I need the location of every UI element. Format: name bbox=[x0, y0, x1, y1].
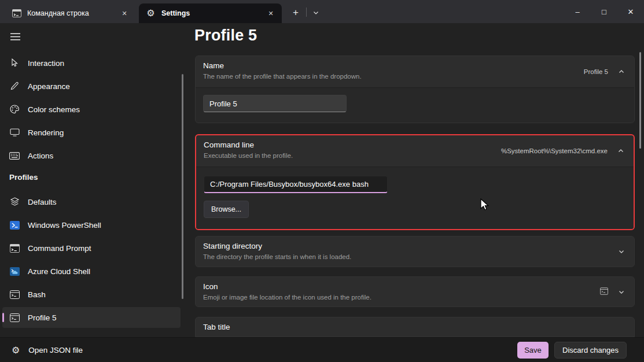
tab-label: Settings bbox=[161, 9, 263, 17]
icon-preview bbox=[600, 287, 608, 297]
sidebar-item-interaction[interactable]: Interaction bbox=[2, 53, 181, 73]
azure-cloud-icon bbox=[9, 266, 20, 276]
tab-title-section[interactable]: Tab title bbox=[195, 317, 635, 337]
sidebar-item-label: Profile 5 bbox=[28, 313, 57, 322]
icon-section[interactable]: Icon Emoji or image file location of the… bbox=[195, 276, 635, 307]
discard-changes-button[interactable]: Discard changes bbox=[554, 342, 627, 359]
gear-icon: ⚙ bbox=[146, 9, 156, 18]
sidebar-item-label: Azure Cloud Shell bbox=[28, 267, 90, 276]
sidebar-item-color-schemes[interactable]: Color schemes bbox=[2, 99, 181, 120]
setting-description: Executable used in the profile. bbox=[204, 152, 293, 159]
sidebar-item-label: Interaction bbox=[28, 59, 64, 68]
sidebar-item-label: Bash bbox=[28, 290, 46, 299]
sidebar-item-command-prompt[interactable]: Command Prompt bbox=[2, 238, 181, 258]
setting-title: Icon bbox=[203, 282, 218, 291]
name-expander-body bbox=[196, 87, 634, 123]
tab-close-icon[interactable]: ✕ bbox=[263, 7, 278, 20]
chevron-down-icon bbox=[618, 248, 625, 255]
setting-title: Starting directory bbox=[203, 242, 262, 250]
page-title: Profile 5 bbox=[194, 27, 257, 45]
sidebar-item-label: Windows PowerShell bbox=[28, 221, 101, 230]
setting-title: Command line bbox=[204, 141, 254, 149]
chevron-up-icon bbox=[617, 147, 624, 154]
sidebar-item-profile-5[interactable]: Profile 5 bbox=[2, 307, 181, 328]
keyboard-icon bbox=[9, 150, 20, 161]
setting-title: Name bbox=[203, 61, 224, 70]
setting-description: Emoji or image file location of the icon… bbox=[203, 294, 371, 301]
command-line-expander-body: Browse... bbox=[196, 167, 634, 229]
hamburger-icon bbox=[10, 33, 20, 40]
chevron-up-icon bbox=[618, 68, 625, 75]
setting-description: The name of the profile that appears in … bbox=[203, 73, 362, 80]
minimize-button[interactable]: – bbox=[564, 0, 591, 23]
profile-name-input[interactable] bbox=[203, 95, 347, 112]
maximize-button[interactable]: □ bbox=[591, 0, 617, 23]
powershell-icon bbox=[9, 220, 20, 230]
titlebar: Командная строка ✕ ⚙ Settings ✕ + – □ ✕ bbox=[0, 0, 644, 23]
setting-title: Tab title bbox=[203, 323, 230, 331]
pen-icon bbox=[9, 81, 20, 91]
sidebar-item-label: Appearance bbox=[28, 82, 70, 91]
footer-bar: ⚙ Open JSON file Save Discard changes bbox=[0, 337, 644, 362]
cmd-icon bbox=[9, 243, 20, 253]
close-button[interactable]: ✕ bbox=[617, 0, 644, 23]
terminal-icon bbox=[9, 289, 20, 300]
hamburger-menu-button[interactable] bbox=[6, 28, 24, 45]
sidebar-item-label: Actions bbox=[28, 152, 53, 160]
tab-dropdown-button[interactable] bbox=[308, 6, 323, 20]
open-json-file-label: Open JSON file bbox=[28, 346, 83, 354]
tab-settings[interactable]: ⚙ Settings ✕ bbox=[139, 3, 282, 23]
sidebar-item-bash[interactable]: Bash bbox=[2, 284, 181, 305]
profiles-section-header: Profiles bbox=[9, 173, 38, 182]
chevron-down-icon bbox=[618, 289, 625, 295]
browse-button[interactable]: Browse... bbox=[204, 201, 249, 218]
settings-content: Profile 5 Name The name of the profile t… bbox=[191, 23, 644, 337]
palette-icon bbox=[9, 104, 20, 114]
sidebar-item-windows-powershell[interactable]: Windows PowerShell bbox=[2, 215, 181, 235]
sidebar-item-label: Color schemes bbox=[28, 105, 80, 114]
command-line-input[interactable] bbox=[204, 176, 388, 193]
sidebar-item-defaults[interactable]: Defaults bbox=[2, 191, 181, 212]
sidebar-item-azure-cloud-shell[interactable]: Azure Cloud Shell bbox=[2, 261, 181, 282]
tab-command-prompt[interactable]: Командная строка ✕ bbox=[5, 3, 135, 23]
save-button[interactable]: Save bbox=[517, 342, 549, 359]
layers-icon bbox=[9, 197, 20, 207]
sidebar-item-appearance[interactable]: Appearance bbox=[2, 76, 181, 97]
tab-label: Командная строка bbox=[27, 9, 117, 17]
setting-current-value: %SystemRoot%\System32\cmd.exe bbox=[501, 147, 608, 154]
starting-directory-section[interactable]: Starting directory The directory the pro… bbox=[195, 236, 635, 267]
sidebar-item-actions[interactable]: Actions bbox=[2, 145, 181, 166]
gear-icon: ⚙ bbox=[12, 346, 20, 355]
sidebar: Interaction Appearance Color schemes Ren… bbox=[0, 23, 191, 337]
content-scrollbar[interactable] bbox=[639, 52, 641, 149]
terminal-icon bbox=[9, 312, 20, 323]
sidebar-item-rendering[interactable]: Rendering bbox=[2, 122, 181, 143]
command-line-section: Command line Executable used in the prof… bbox=[195, 134, 635, 230]
chevron-down-icon bbox=[312, 9, 319, 16]
interaction-icon bbox=[9, 58, 20, 68]
sidebar-item-label: Command Prompt bbox=[28, 244, 91, 253]
open-json-file-button[interactable]: ⚙ Open JSON file bbox=[7, 341, 87, 359]
selection-accent-bar bbox=[2, 313, 4, 322]
monitor-icon bbox=[9, 127, 20, 138]
setting-current-value: Profile 5 bbox=[584, 68, 608, 75]
tabstrip-divider bbox=[306, 8, 307, 17]
new-tab-button[interactable]: + bbox=[288, 6, 304, 20]
cmd-icon bbox=[12, 9, 21, 18]
command-line-expander-header[interactable]: Command line Executable used in the prof… bbox=[196, 135, 634, 167]
sidebar-scrollbar[interactable] bbox=[182, 74, 183, 299]
tab-close-icon[interactable]: ✕ bbox=[117, 7, 132, 20]
name-expander-header[interactable]: Name The name of the profile that appear… bbox=[196, 56, 634, 87]
setting-description: The directory the profile starts in when… bbox=[203, 253, 351, 260]
sidebar-item-label: Rendering bbox=[28, 128, 64, 137]
sidebar-item-label: Defaults bbox=[28, 198, 57, 206]
name-section: Name The name of the profile that appear… bbox=[195, 56, 635, 123]
terminal-settings-window: Командная строка ✕ ⚙ Settings ✕ + – □ ✕ bbox=[0, 0, 644, 362]
window-controls: – □ ✕ bbox=[564, 0, 644, 23]
body: Interaction Appearance Color schemes Ren… bbox=[0, 23, 644, 337]
